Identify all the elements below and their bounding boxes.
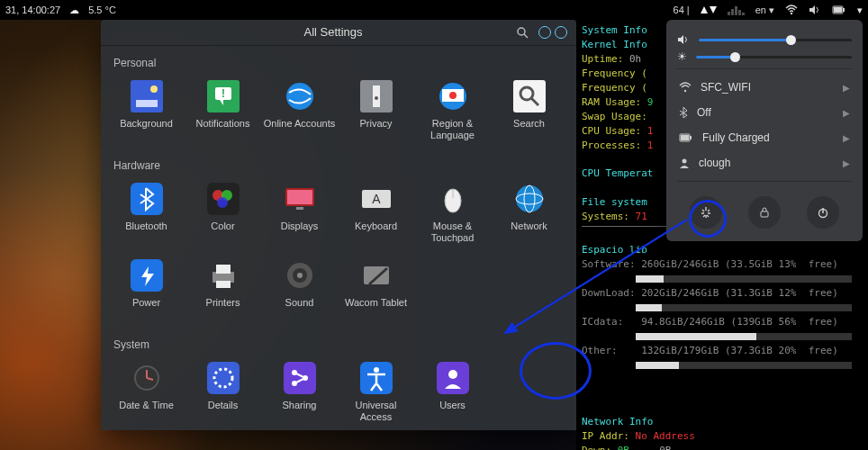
- chevron-right-icon: ▶: [843, 108, 850, 118]
- window-close-button[interactable]: [555, 26, 567, 39]
- svg-rect-50: [207, 362, 240, 394]
- tile-displays[interactable]: Displays: [261, 176, 338, 251]
- svg-point-8: [150, 86, 158, 93]
- power-button[interactable]: [807, 196, 839, 229]
- section-personal-label: Personal: [101, 46, 576, 73]
- window-minimize-button[interactable]: [538, 26, 551, 39]
- svg-point-12: [286, 83, 313, 110]
- svg-point-57: [374, 367, 379, 373]
- load-graph-icon: [728, 4, 745, 15]
- background-icon: [131, 80, 163, 112]
- grid-system: Date & TimeDetailsSharingUniversal Acces…: [101, 355, 576, 430]
- color-icon: [207, 183, 240, 215]
- tile-label: Sound: [285, 297, 314, 320]
- menu-label: Off: [697, 106, 711, 119]
- universal-access-icon: [360, 362, 393, 394]
- lock-button[interactable]: [748, 196, 781, 229]
- tile-sound[interactable]: Sound: [261, 252, 338, 328]
- temperature: 5.5 °C: [88, 4, 116, 15]
- tile-bluetooth[interactable]: Bluetooth: [108, 176, 185, 251]
- sharing-icon: [284, 362, 316, 394]
- svg-point-15: [375, 96, 378, 100]
- brightness-slider[interactable]: [696, 56, 852, 58]
- menu-bat[interactable]: Fully Charged▶: [677, 125, 852, 150]
- menu-label: Fully Charged: [702, 131, 770, 144]
- tile-label: Displays: [281, 220, 319, 244]
- svg-point-26: [217, 197, 228, 208]
- menu-label: SFC_WIFI: [701, 81, 751, 94]
- tile-label: Background: [120, 118, 173, 141]
- tile-label: Bluetooth: [125, 220, 167, 244]
- svg-point-43: [297, 273, 303, 278]
- menu-user[interactable]: clough▶: [677, 150, 852, 176]
- svg-rect-6: [131, 80, 163, 112]
- settings-titlebar: All Settings: [101, 20, 576, 46]
- displays-icon: [284, 183, 316, 215]
- region-language-icon: [437, 80, 469, 112]
- tile-online-accounts[interactable]: Online Accounts: [261, 73, 338, 148]
- tile-mouse-touchpad[interactable]: Mouse & Touchpad: [414, 176, 491, 251]
- wifi-icon[interactable]: [785, 4, 798, 15]
- svg-text:A: A: [372, 192, 381, 206]
- volume-slider-row: [677, 34, 852, 45]
- svg-rect-19: [513, 80, 546, 112]
- power-icon: [131, 259, 163, 292]
- tile-background[interactable]: Background: [108, 73, 185, 148]
- menu-wifi[interactable]: SFC_WIFI▶: [677, 75, 852, 100]
- tile-label: Sharing: [283, 400, 317, 423]
- tile-users[interactable]: Users: [414, 355, 491, 430]
- annotation-circle-settings-btn: [689, 200, 727, 238]
- bat-icon: [679, 133, 693, 142]
- menu-bt[interactable]: Off▶: [677, 100, 852, 125]
- details-icon: [207, 362, 240, 394]
- svg-point-18: [449, 92, 457, 99]
- tile-date-time[interactable]: Date & Time: [108, 355, 185, 430]
- tile-label: Mouse & Touchpad: [416, 220, 489, 244]
- user-icon: [679, 158, 690, 168]
- sound-icon: [284, 259, 316, 292]
- online-accounts-icon: [284, 80, 316, 112]
- svg-rect-40: [216, 281, 231, 288]
- annotation-arrow: [500, 216, 693, 342]
- tile-sharing[interactable]: Sharing: [261, 355, 338, 430]
- printers-icon: [207, 259, 240, 292]
- svg-point-59: [448, 370, 457, 379]
- svg-point-4: [518, 28, 525, 35]
- brightness-slider-row: ☀: [677, 50, 852, 63]
- svg-rect-28: [287, 190, 312, 204]
- chevron-right-icon: ▶: [843, 83, 850, 93]
- tile-search[interactable]: Search: [491, 73, 567, 148]
- bluetooth-icon: [131, 183, 163, 215]
- svg-rect-7: [136, 100, 158, 107]
- net-indicator-icon: [701, 6, 717, 14]
- volume-slider[interactable]: [699, 39, 852, 41]
- tile-label: Date & Time: [119, 400, 174, 423]
- svg-rect-29: [296, 207, 303, 210]
- network-icon: [513, 183, 546, 215]
- battery-icon[interactable]: [832, 4, 846, 15]
- tile-wacom[interactable]: Wacom Tablet: [338, 252, 414, 328]
- tile-label: Keyboard: [355, 220, 397, 244]
- tile-notifications[interactable]: !Notifications: [185, 73, 261, 148]
- language-indicator[interactable]: en ▾: [755, 4, 774, 16]
- search-button[interactable]: [513, 23, 531, 41]
- menu-arrow-icon[interactable]: ▾: [857, 4, 863, 16]
- svg-point-64: [683, 159, 687, 164]
- privacy-icon: [360, 80, 393, 112]
- svg-point-0: [791, 13, 792, 14]
- tile-universal-access[interactable]: Universal Access: [338, 355, 414, 430]
- tile-color[interactable]: Color: [185, 176, 261, 251]
- tile-label: Details: [208, 400, 239, 423]
- tile-privacy[interactable]: Privacy: [338, 73, 414, 148]
- volume-icon[interactable]: [809, 4, 821, 15]
- tile-keyboard[interactable]: AKeyboard: [338, 176, 414, 251]
- tile-region-language[interactable]: Region & Language: [414, 73, 491, 148]
- tile-label: Privacy: [359, 118, 392, 141]
- settings-title: All Settings: [153, 25, 513, 39]
- tile-details[interactable]: Details: [185, 355, 261, 430]
- tile-label: Users: [439, 400, 466, 423]
- svg-rect-65: [761, 212, 768, 217]
- tile-printers[interactable]: Printers: [185, 252, 261, 328]
- tile-power[interactable]: Power: [108, 252, 185, 328]
- users-icon: [437, 362, 469, 394]
